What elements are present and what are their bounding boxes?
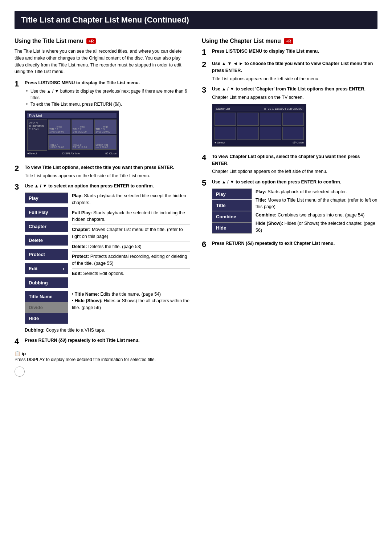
left-step1-bullets: Use the ▲ / ▼ buttons to display the pre… [26, 88, 190, 108]
menu-item-edit[interactable]: Edit› [25, 263, 68, 274]
left-body-text: The Title List is where you can see the … [15, 48, 190, 75]
right-step-1: 1 Press LIST/DISC MENU to display Title … [202, 48, 377, 57]
page-title-bar: Title List and Chapter List Menu (Contin… [15, 11, 377, 29]
left-column: Using the Title List menu +R The Title L… [15, 38, 190, 378]
menu-item-chapter[interactable]: Chapter [25, 221, 68, 232]
tip-box: 📋 ip Press DISPLAY to display more detai… [15, 351, 190, 363]
left-step-2: 2 To view Title List options, select the… [15, 164, 190, 179]
menu-item-divide[interactable]: Divide [25, 302, 68, 313]
right-menu-item-play[interactable]: Play [212, 189, 252, 199]
right-step-5: 5 Use ▲ / ▼ to select an option then pre… [202, 179, 377, 236]
right-step-4: 4 To view Chapter List options, select t… [202, 153, 377, 175]
page-circle [15, 366, 25, 377]
page-title: Title List and Chapter List Menu (Contin… [21, 15, 189, 24]
right-column: Using the Chapter List menu +R 1 Press L… [202, 38, 377, 378]
menu-item-play[interactable]: Play [25, 193, 68, 203]
menu-item-fullplay[interactable]: Full Play [25, 207, 68, 218]
right-section-heading: Using the Chapter List menu +R [202, 38, 377, 44]
left-step-1: 1 Press LIST/DISC MENU to display the Ti… [15, 80, 190, 161]
left-section-heading: Using the Title List menu +R [15, 38, 190, 44]
menu-item-delete[interactable]: Delete [25, 235, 68, 246]
right-menu-item-hide[interactable]: Hide [212, 222, 252, 234]
left-step-4: 4 Press RETURN (δ∂) repeatedly to exit T… [15, 337, 190, 346]
right-menu-item-combine[interactable]: Combine [212, 211, 252, 222]
menu-item-hide[interactable]: Hide [25, 313, 68, 324]
left-step1-bold: Press LIST/DISC MENU to display the Titl… [25, 80, 190, 86]
left-step-3: 3 Use ▲ / ▼ to select an option then pre… [15, 183, 190, 333]
right-menu-item-title[interactable]: Title [212, 200, 252, 211]
right-badge: +R [284, 38, 293, 44]
right-step-6: 6 Press RETURN (δ∂) repeatedly to exit C… [202, 240, 377, 249]
left-menu-table-2: Title Name • Title Name: Edits the title… [25, 291, 190, 324]
tip-text: Press DISPLAY to display more detailed t… [15, 356, 190, 363]
title-list-screenshot: Title List DVD-R 6Hour 8min EU Free img1 [25, 110, 119, 158]
menu-item-protect[interactable]: Protect [25, 249, 68, 260]
right-step-3: 3 Use ▲ / ▼ to select 'Chapter' from Tit… [202, 86, 377, 150]
right-menu-table: Play Play: Starts playback of the select… [212, 189, 377, 234]
menu-item-titlename[interactable]: Title Name [25, 291, 68, 302]
chapter-list-screenshot: Capter List TITLE 1 1/9/2004 Sun 0:00:00 [212, 104, 306, 147]
right-step-2: 2 Use ▲ ▼ ◄ ► to choose the title you wa… [202, 60, 377, 82]
left-menu-table: Play Play: Starts playback the selected … [25, 193, 190, 288]
menu-item-dubbing[interactable]: Dubbing [25, 277, 68, 288]
left-badge: +R [86, 38, 96, 44]
